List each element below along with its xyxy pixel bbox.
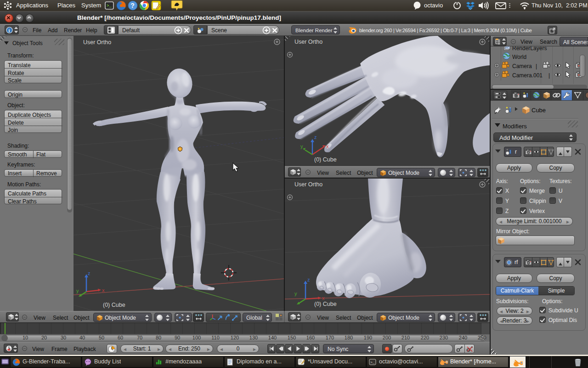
svg-text:User Ortho: User Ortho (294, 39, 322, 45)
svg-text:x: x (102, 288, 105, 293)
svg-text:(0) Cube: (0) Cube (103, 302, 125, 308)
svg-text:y: y (76, 288, 79, 293)
svg-text:y: y (294, 291, 297, 296)
svg-text:User Ortho: User Ortho (83, 39, 111, 46)
svg-text:(0) Cube: (0) Cube (314, 156, 337, 163)
svg-text:User Ortho: User Ortho (294, 181, 322, 188)
svg-text:?: ? (130, 2, 135, 9)
svg-text:x: x (322, 295, 325, 301)
svg-text:x: x (326, 144, 329, 149)
svg-text:z: z (307, 277, 310, 282)
svg-text:z: z (314, 134, 317, 140)
svg-text:y: y (300, 144, 303, 149)
svg-text:z: z (88, 270, 90, 276)
svg-text:>_: >_ (107, 4, 112, 8)
svg-text:(0) Cube: (0) Cube (314, 301, 337, 307)
svg-text:i: i (9, 28, 10, 33)
svg-text:>_: >_ (370, 360, 375, 364)
